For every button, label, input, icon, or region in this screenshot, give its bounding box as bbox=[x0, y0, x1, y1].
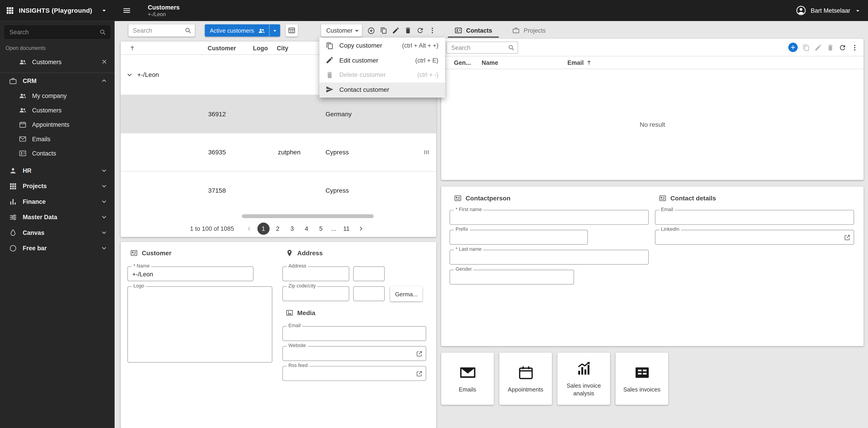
name-input[interactable] bbox=[128, 267, 253, 281]
column-layout-button[interactable] bbox=[286, 24, 298, 36]
user-menu[interactable]: Bart Metselaar bbox=[796, 5, 868, 16]
contacts-search-input[interactable] bbox=[446, 41, 518, 54]
media-icon bbox=[286, 309, 293, 317]
copy-customer-button[interactable] bbox=[380, 27, 388, 34]
sidebar-item-emails[interactable]: Emails bbox=[0, 132, 115, 146]
sidebar-section-projects[interactable]: Projects bbox=[0, 178, 115, 194]
shortcut-appointments[interactable]: Appointments bbox=[499, 353, 552, 405]
close-icon[interactable] bbox=[101, 58, 108, 65]
page-button-1[interactable]: 1 bbox=[257, 222, 270, 235]
gender-input[interactable] bbox=[450, 270, 574, 284]
edit-contact-button[interactable] bbox=[814, 44, 822, 51]
sidebar-section-hr[interactable]: HR bbox=[0, 163, 115, 178]
gender-field: Gender bbox=[450, 269, 574, 285]
add-customer-button[interactable] bbox=[367, 26, 375, 35]
open-in-new-icon[interactable] bbox=[416, 350, 423, 357]
app-name: INSIGHTS (Playground) bbox=[19, 7, 96, 14]
address-number-input[interactable] bbox=[354, 267, 384, 281]
city-input[interactable] bbox=[354, 287, 384, 301]
add-contact-button[interactable] bbox=[788, 42, 798, 52]
sidebar-item-customers[interactable]: Customers bbox=[0, 103, 115, 117]
column-header-customer[interactable]: Customer bbox=[208, 45, 236, 51]
tab-projects[interactable]: Projects bbox=[505, 24, 552, 38]
section-label: Free bar bbox=[23, 245, 95, 251]
shortcut-sales-invoices[interactable]: Sales invoices bbox=[616, 353, 668, 405]
open-document-customers[interactable]: Customers bbox=[0, 54, 115, 69]
sidebar-item-my-company[interactable]: My company bbox=[0, 89, 115, 103]
website-input[interactable] bbox=[283, 347, 426, 361]
column-header-city[interactable]: City bbox=[277, 45, 288, 51]
app-brand[interactable]: INSIGHTS (Playground) bbox=[0, 0, 115, 21]
section-title: Customer bbox=[142, 250, 172, 256]
next-page-button[interactable] bbox=[355, 222, 367, 235]
more-options-button[interactable] bbox=[429, 27, 436, 34]
page-button-3[interactable]: 3 bbox=[286, 222, 298, 235]
menu-item-delete-customer[interactable]: Delete customer (ctrl + -) bbox=[319, 67, 445, 82]
logo-input[interactable] bbox=[128, 287, 272, 362]
open-in-new-icon[interactable] bbox=[416, 370, 423, 377]
email-input[interactable] bbox=[283, 327, 426, 341]
country-button[interactable]: Germa... bbox=[390, 286, 423, 301]
first-name-input[interactable] bbox=[450, 210, 648, 224]
column-header-gender[interactable]: Gen... bbox=[454, 59, 471, 66]
sidebar-section-finance[interactable]: Finance bbox=[0, 194, 115, 209]
page-button-4[interactable]: 4 bbox=[300, 222, 313, 235]
last-name-input[interactable] bbox=[450, 250, 648, 264]
refresh-button[interactable] bbox=[839, 44, 846, 51]
page-button-2[interactable]: 2 bbox=[272, 222, 284, 235]
delete-contact-button[interactable] bbox=[827, 44, 834, 51]
previous-page-button[interactable] bbox=[243, 222, 255, 235]
linkedin-input[interactable] bbox=[655, 230, 854, 244]
filter-dropdown-button[interactable] bbox=[270, 27, 280, 34]
shortcut-sales-invoice-analysis[interactable]: Sales invoice analysis bbox=[557, 353, 610, 405]
sort-column-button[interactable] bbox=[129, 45, 135, 51]
page-button-5[interactable]: 5 bbox=[315, 222, 327, 235]
column-header-name[interactable]: Name bbox=[482, 59, 498, 66]
chevron-down-icon bbox=[100, 6, 108, 14]
delete-customer-button[interactable] bbox=[404, 27, 412, 34]
cell-country: Cypress bbox=[326, 149, 349, 155]
sidebar: Open documents Customers CRM My company bbox=[0, 21, 115, 428]
page-subtitle: +-/Leon bbox=[148, 11, 180, 18]
address-input[interactable] bbox=[283, 267, 349, 281]
shortcut-emails[interactable]: Emails bbox=[441, 353, 494, 405]
scrollbar-thumb[interactable] bbox=[242, 214, 374, 218]
address-field: Address bbox=[282, 266, 349, 281]
sidebar-section-crm[interactable]: CRM bbox=[0, 73, 115, 88]
edit-customer-button[interactable] bbox=[392, 27, 400, 34]
sidebar-section-free-bar[interactable]: Free bar bbox=[0, 240, 115, 256]
sidebar-item-appointments[interactable]: Appointments bbox=[0, 117, 115, 132]
field-label: Rss feed bbox=[287, 363, 309, 368]
sidebar-search-input[interactable] bbox=[4, 25, 110, 39]
prefix-input[interactable] bbox=[450, 230, 587, 244]
menu-item-contact-customer[interactable]: Contact customer bbox=[319, 82, 445, 97]
zip-input[interactable] bbox=[283, 287, 349, 301]
contact-details-section-header: Contact details bbox=[659, 194, 716, 202]
active-customers-filter-button[interactable]: Active customers bbox=[205, 24, 280, 36]
column-header-email[interactable]: Email bbox=[567, 59, 593, 66]
contact-email-input[interactable] bbox=[655, 210, 854, 224]
sidebar-section-canvas[interactable]: Canvas bbox=[0, 225, 115, 240]
contact-card-icon bbox=[455, 27, 462, 34]
table-row[interactable]: 37158 Cypress bbox=[121, 171, 436, 209]
column-header-logo[interactable]: Logo bbox=[253, 45, 268, 51]
page-button-11[interactable]: 11 bbox=[340, 222, 352, 235]
table-row[interactable]: 36935 zutphen Cypress III bbox=[121, 133, 436, 171]
detail-tabs: Contacts Projects bbox=[441, 24, 864, 38]
refresh-button[interactable] bbox=[416, 27, 424, 34]
hamburger-menu-button[interactable] bbox=[122, 6, 131, 15]
menu-item-edit-customer[interactable]: Edit customer (ctrl + E) bbox=[319, 53, 445, 67]
table-row[interactable]: 36912 Germany bbox=[121, 95, 436, 133]
open-in-new-icon[interactable] bbox=[844, 234, 851, 241]
field-label: Prefix bbox=[454, 227, 470, 232]
sidebar-section-master-data[interactable]: Master Data bbox=[0, 209, 115, 225]
person-icon bbox=[9, 166, 17, 175]
more-options-button[interactable] bbox=[851, 44, 859, 51]
copy-contact-button[interactable] bbox=[802, 44, 810, 51]
sidebar-item-contacts[interactable]: Contacts bbox=[0, 146, 115, 161]
menu-item-label: Delete customer bbox=[339, 72, 386, 78]
menu-item-copy-customer[interactable]: Copy customer (ctrl + Alt + +) bbox=[319, 38, 445, 53]
tab-contacts[interactable]: Contacts bbox=[448, 24, 499, 38]
customer-actions-dropdown-button[interactable]: Customer bbox=[321, 24, 362, 36]
rss-feed-input[interactable] bbox=[283, 367, 426, 380]
